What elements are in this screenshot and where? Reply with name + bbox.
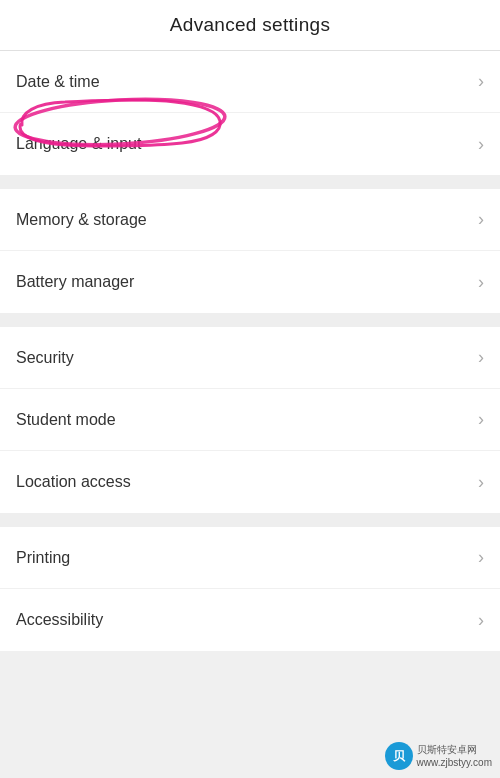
settings-group-3: Security › Student mode › Location acces…	[0, 327, 500, 513]
group-separator-1	[0, 175, 500, 189]
printing-label: Printing	[16, 549, 70, 567]
settings-group-2: Memory & storage › Battery manager ›	[0, 189, 500, 313]
language-input-label: Language & input	[16, 135, 141, 153]
printing-item[interactable]: Printing ›	[0, 527, 500, 589]
watermark: 贝 贝斯特安卓网 www.zjbstyy.com	[385, 742, 492, 770]
battery-manager-label: Battery manager	[16, 273, 134, 291]
watermark-icon: 贝	[385, 742, 413, 770]
chevron-icon: ›	[478, 134, 484, 155]
accessibility-item[interactable]: Accessibility ›	[0, 589, 500, 651]
chevron-icon: ›	[478, 347, 484, 368]
watermark-line1: 贝斯特安卓网	[417, 743, 492, 756]
page-title: Advanced settings	[170, 14, 330, 35]
accessibility-label: Accessibility	[16, 611, 103, 629]
location-access-label: Location access	[16, 473, 131, 491]
chevron-icon: ›	[478, 71, 484, 92]
date-time-label: Date & time	[16, 73, 100, 91]
student-mode-item[interactable]: Student mode ›	[0, 389, 500, 451]
date-time-item[interactable]: Date & time ›	[0, 51, 500, 113]
group-separator-2	[0, 313, 500, 327]
settings-group-4: Printing › Accessibility ›	[0, 527, 500, 651]
chevron-icon: ›	[478, 209, 484, 230]
group-separator-3	[0, 513, 500, 527]
chevron-icon: ›	[478, 409, 484, 430]
location-access-item[interactable]: Location access ›	[0, 451, 500, 513]
watermark-line2: www.zjbstyy.com	[417, 756, 492, 769]
settings-group-1: Date & time › Language & input ›	[0, 51, 500, 175]
chevron-icon: ›	[478, 272, 484, 293]
security-label: Security	[16, 349, 74, 367]
watermark-text: 贝斯特安卓网 www.zjbstyy.com	[417, 743, 492, 769]
memory-storage-label: Memory & storage	[16, 211, 147, 229]
memory-storage-item[interactable]: Memory & storage ›	[0, 189, 500, 251]
battery-manager-item[interactable]: Battery manager ›	[0, 251, 500, 313]
security-item[interactable]: Security ›	[0, 327, 500, 389]
chevron-icon: ›	[478, 547, 484, 568]
page-header: Advanced settings	[0, 0, 500, 51]
chevron-icon: ›	[478, 610, 484, 631]
language-input-item[interactable]: Language & input ›	[0, 113, 500, 175]
chevron-icon: ›	[478, 472, 484, 493]
student-mode-label: Student mode	[16, 411, 116, 429]
